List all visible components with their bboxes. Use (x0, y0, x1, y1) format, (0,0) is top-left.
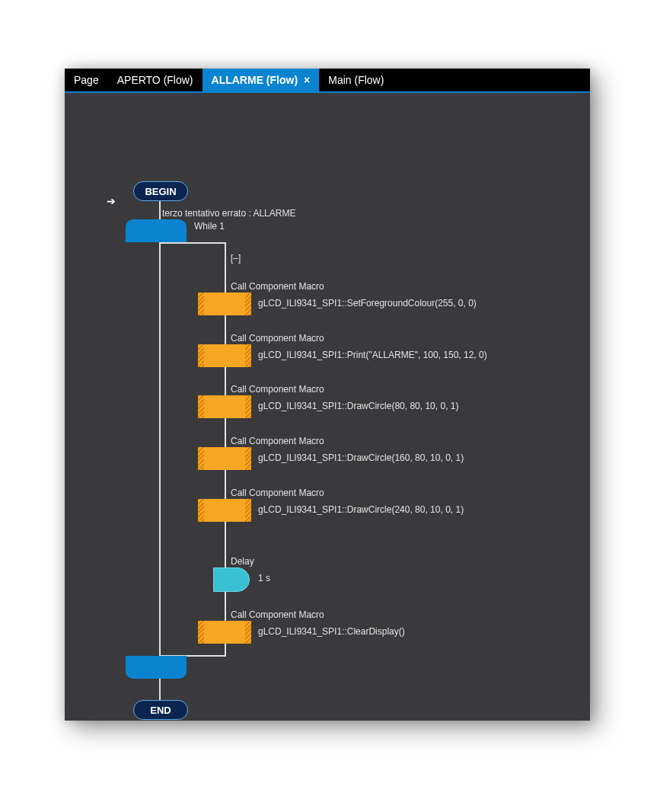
block-title: Call Component Macro (231, 333, 324, 344)
end-label: END (150, 705, 171, 716)
app-window: Page APERTO (Flow) ALLARME (Flow) × Main… (65, 69, 590, 721)
connector (159, 242, 161, 657)
loop-comment: terzo tentativo errato : ALLARME (162, 208, 295, 219)
block-title: Call Component Macro (231, 384, 324, 395)
block-call: gLCD_ILI9341_SPI1::DrawCircle(80, 80, 10… (258, 401, 458, 411)
component-macro-block[interactable] (198, 499, 251, 522)
block-title: Call Component Macro (231, 609, 324, 620)
begin-label: BEGIN (145, 186, 176, 197)
component-macro-block[interactable] (198, 447, 251, 470)
block-call: gLCD_ILI9341_SPI1::SetForegroundColour(2… (258, 298, 477, 308)
block-title: Delay (231, 556, 254, 567)
tab-bar: Page APERTO (Flow) ALLARME (Flow) × Main… (65, 69, 590, 93)
connector (159, 200, 161, 219)
block-title: Call Component Macro (231, 281, 324, 292)
component-macro-block[interactable] (198, 621, 251, 644)
tab-page[interactable]: Page (65, 69, 108, 91)
tab-aperto[interactable]: APERTO (Flow) (108, 69, 203, 91)
flowchart-canvas[interactable]: ➔ BEGIN terzo tentativo errato : ALLARME… (65, 93, 590, 721)
tab-label: Main (Flow) (328, 74, 384, 86)
loop-end[interactable] (126, 656, 187, 679)
block-call: gLCD_ILI9341_SPI1::ClearDisplay() (258, 626, 405, 637)
block-title: Call Component Macro (231, 488, 324, 498)
connector (159, 679, 161, 700)
entry-arrow-icon: ➔ (107, 195, 116, 207)
tab-label: Page (74, 74, 99, 86)
connector (159, 242, 225, 244)
tab-main[interactable]: Main (Flow) (319, 69, 393, 91)
tab-label: APERTO (Flow) (117, 74, 193, 86)
end-terminal[interactable]: END (133, 700, 188, 720)
collapse-toggle[interactable]: [–] (231, 253, 241, 264)
component-macro-block[interactable] (198, 344, 251, 367)
component-macro-block[interactable] (198, 293, 251, 315)
block-call: gLCD_ILI9341_SPI1::Print("ALLARME", 100,… (258, 350, 487, 360)
tab-label: ALLARME (Flow) (212, 74, 298, 86)
delay-block[interactable] (213, 567, 250, 592)
block-call: 1 s (258, 573, 270, 583)
block-call: gLCD_ILI9341_SPI1::DrawCircle(240, 80, 1… (258, 504, 464, 515)
block-call: gLCD_ILI9341_SPI1::DrawCircle(160, 80, 1… (258, 452, 464, 463)
loop-condition: While 1 (194, 221, 225, 232)
begin-terminal[interactable]: BEGIN (133, 181, 188, 201)
component-macro-block[interactable] (198, 395, 251, 418)
close-icon[interactable]: × (304, 74, 310, 86)
tab-allarme[interactable]: ALLARME (Flow) × (203, 69, 320, 91)
block-title: Call Component Macro (231, 436, 324, 446)
loop-start[interactable] (126, 219, 187, 242)
